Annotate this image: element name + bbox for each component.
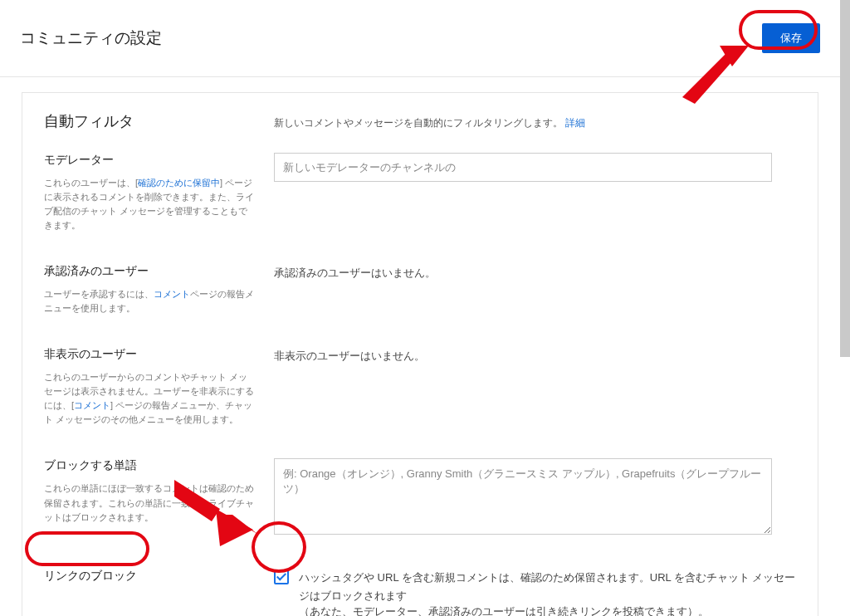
autofilter-panel: 自動フィルタ 新しいコメントやメッセージを自動的にフィルタリングします。 詳細 … (22, 92, 818, 616)
link-block-subtext: （あなた、モデレーター、承認済みのユーザーは引き続きリンクを投稿できます）。 (299, 604, 796, 616)
link-block-checkbox[interactable] (274, 570, 289, 584)
hidden-users-status: 非表示のユーザーはいません。 (274, 347, 796, 364)
page-title: コミュニティの設定 (20, 27, 162, 49)
panel-description: 新しいコメントやメッセージを自動的にフィルタリングします。 詳細 (274, 116, 585, 130)
moderators-input[interactable] (274, 153, 772, 182)
moderators-label: モデレーター (44, 153, 256, 168)
moderators-row: モデレーター これらのユーザーは、[確認のために保留中] ページに表示されるコメ… (44, 153, 796, 232)
hidden-users-row: 非表示のユーザー これらのユーザーからのコメントやチャット メッセージは表示され… (44, 347, 796, 427)
save-button[interactable]: 保存 (762, 23, 820, 53)
panel-title: 自動フィルタ (44, 111, 274, 131)
link-block-row: リンクのブロック ハッシュタグや URL を含む新規コメントは、確認のため保留さ… (44, 569, 796, 616)
approved-users-label: 承認済みのユーザー (44, 264, 256, 279)
link-block-text: ハッシュタグや URL を含む新規コメントは、確認のため保留されます。URL を… (299, 569, 796, 604)
blocked-words-help: これらの単語にほぼ一致するコメントは確認のため保留されます。これらの単語に一致す… (44, 482, 256, 524)
link-block-label: リンクのブロック (44, 569, 256, 584)
held-for-review-link[interactable]: 確認のために保留中 (138, 178, 220, 188)
approved-users-status: 承認済みのユーザーはいません。 (274, 264, 796, 281)
vertical-scrollbar[interactable] (840, 0, 850, 357)
blocked-words-label: ブロックする単語 (44, 458, 256, 473)
hidden-users-help: これらのユーザーからのコメントやチャット メッセージは表示されません。ユーザーを… (44, 370, 256, 427)
approved-comment-link[interactable]: コメント (154, 289, 190, 299)
hidden-users-label: 非表示のユーザー (44, 347, 256, 362)
hidden-comment-link[interactable]: コメント (74, 400, 110, 410)
approved-users-help: ユーザーを承認するには、コメントページの報告メニューを使用します。 (44, 287, 256, 315)
details-link[interactable]: 詳細 (565, 117, 585, 129)
approved-users-row: 承認済みのユーザー ユーザーを承認するには、コメントページの報告メニューを使用し… (44, 264, 796, 315)
moderators-help: これらのユーザーは、[確認のために保留中] ページに表示されるコメントを削除でき… (44, 176, 256, 232)
blocked-words-input[interactable] (274, 458, 772, 535)
blocked-words-row: ブロックする単語 これらの単語にほぼ一致するコメントは確認のため保留されます。こ… (44, 458, 796, 537)
